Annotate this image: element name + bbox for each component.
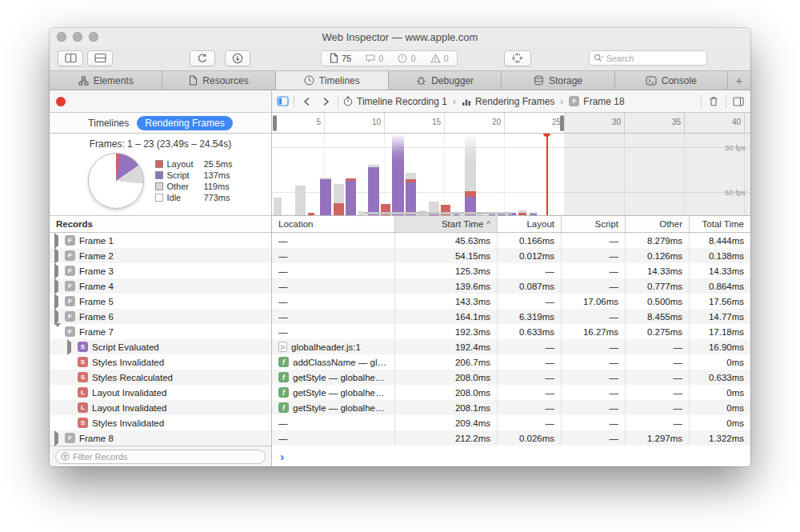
table-row[interactable]: fgetStyle — globalhead...208.1ms———0ms — [272, 400, 750, 415]
table-row[interactable]: —212.2ms0.026ms—1.297ms1.322ms — [272, 430, 750, 446]
table-row[interactable]: —54.15ms0.012ms—0.126ms0.138ms — [272, 248, 750, 263]
breadcrumb-item[interactable]: Rendering Frames — [462, 96, 554, 107]
frame-bar[interactable] — [274, 198, 282, 215]
tab-debugger[interactable]: Debugger — [389, 71, 502, 90]
activity-badges[interactable]: 75 0 0 0 — [321, 50, 458, 66]
element-picker-button[interactable] — [504, 50, 531, 66]
tab-elements[interactable]: Elements — [50, 71, 162, 90]
table-row[interactable]: fgetStyle — globalhead...208.0ms———0ms — [272, 385, 750, 400]
frame-bar[interactable] — [346, 178, 356, 215]
disclosure-triangle[interactable] — [54, 312, 61, 322]
record-row[interactable]: FFrame 6 — [50, 309, 271, 324]
disclosure-triangle[interactable] — [54, 266, 61, 276]
record-button[interactable] — [56, 97, 66, 106]
record-row[interactable]: LLayout Invalidated — [50, 400, 271, 415]
clear-timeline-button[interactable] — [706, 94, 721, 109]
details-panel-toggle-icon[interactable] — [731, 94, 746, 109]
record-row[interactable]: FFrame 1 — [50, 233, 271, 248]
search-field[interactable] — [589, 50, 707, 66]
table-row[interactable]: —139.6ms0.087ms—0.777ms0.864ms — [272, 278, 750, 294]
triangle-collapsed-icon — [67, 339, 71, 355]
timeline-ruler[interactable]: 510152025303540 — [272, 113, 750, 134]
picker-option-timelines[interactable]: Timelines — [88, 118, 129, 129]
frame-bar[interactable] — [465, 134, 476, 215]
minimize-button[interactable] — [73, 32, 82, 42]
zoom-button[interactable] — [89, 32, 98, 42]
record-row[interactable]: SScript Evaluated — [50, 339, 271, 354]
frame-bar[interactable] — [406, 173, 416, 215]
record-row[interactable]: FFrame 2 — [50, 248, 271, 263]
playhead-line[interactable] — [546, 134, 548, 215]
column-header-script[interactable]: Script — [562, 216, 626, 232]
tab-console[interactable]: Console — [615, 71, 728, 90]
breadcrumb-item[interactable]: FFrame 18 — [569, 96, 624, 107]
disclosure-triangle[interactable] — [54, 327, 61, 337]
record-row[interactable]: FFrame 4 — [50, 278, 271, 294]
search-input[interactable] — [606, 54, 686, 63]
record-row[interactable]: FFrame 7 — [50, 324, 271, 339]
frame-bar[interactable] — [320, 178, 331, 215]
quick-console-bar[interactable]: › — [272, 446, 750, 466]
column-header-location[interactable]: Location — [272, 216, 395, 232]
column-header-layout[interactable]: Layout — [498, 216, 562, 232]
frame-bar[interactable] — [308, 213, 314, 215]
playhead-handle[interactable] — [543, 134, 550, 137]
add-tab-button[interactable]: + — [728, 71, 750, 90]
disclosure-triangle[interactable] — [54, 251, 61, 261]
reload-button[interactable] — [190, 50, 215, 66]
filter-field[interactable] — [55, 450, 266, 464]
disclosure-triangle[interactable] — [67, 342, 74, 352]
record-row[interactable]: SStyles Recalculated — [50, 370, 271, 385]
frame-bar[interactable] — [518, 210, 526, 215]
dock-bottom-button[interactable] — [87, 50, 113, 66]
tab-resources[interactable]: Resources — [162, 71, 275, 90]
frame-bar[interactable] — [295, 186, 306, 215]
picker-option-rendering-frames[interactable]: Rendering Frames — [137, 116, 232, 130]
record-row[interactable]: SStyles Invalidated — [50, 415, 271, 430]
filter-records-input[interactable] — [73, 452, 260, 462]
selection-end-handle[interactable] — [560, 115, 564, 131]
table-row[interactable]: —125.3ms——14.33ms14.33ms — [272, 263, 750, 278]
record-row[interactable]: FFrame 5 — [50, 294, 271, 309]
legend-swatch — [155, 194, 163, 202]
disclosure-triangle[interactable] — [54, 282, 61, 291]
close-button[interactable] — [57, 32, 66, 42]
table-row[interactable]: —192.3ms0.633ms16.27ms0.275ms17.18ms — [272, 324, 750, 339]
table-row[interactable]: faddClassName — glo...206.7ms———0ms — [272, 354, 750, 370]
frame-bar[interactable] — [530, 212, 537, 215]
table-row[interactable]: fgetStyle — globalhead...208.0ms———0.633… — [272, 370, 750, 385]
frame-bar[interactable] — [368, 165, 379, 215]
back-button[interactable] — [299, 94, 314, 109]
ruler-tick-label: 20 — [467, 118, 501, 126]
document-icon — [330, 53, 338, 63]
selection-start-handle[interactable] — [273, 115, 277, 131]
record-row[interactable]: FFrame 3 — [50, 263, 271, 278]
record-row[interactable]: SStyles Invalidated — [50, 354, 271, 370]
table-row[interactable]: jsglobalheader.js:1192.4ms———16.90ms — [272, 339, 750, 354]
sidebar-toggle-icon[interactable] — [277, 96, 289, 106]
record-row[interactable]: LLayout Invalidated — [50, 385, 271, 400]
table-row[interactable]: —143.3ms—17.06ms0.500ms17.56ms — [272, 294, 750, 309]
chart-horizontal-scrollbar[interactable] — [364, 212, 512, 214]
tab-label: Console — [662, 75, 697, 86]
frames-bar-chart[interactable]: 30 fps60 fps — [272, 134, 750, 216]
forward-button[interactable] — [318, 94, 333, 109]
table-row[interactable]: —164.1ms6.319ms—8.455ms14.77ms — [272, 309, 750, 324]
tab-storage[interactable]: Storage — [502, 71, 614, 90]
table-row[interactable]: —45.63ms0.166ms—8.279ms8.444ms — [272, 233, 750, 248]
record-row[interactable]: FFrame 8 — [50, 430, 271, 446]
frame-bar[interactable] — [334, 184, 344, 215]
column-header-start-time[interactable]: Start Time^ — [395, 216, 498, 232]
disclosure-triangle[interactable] — [54, 297, 61, 306]
breadcrumb-item[interactable]: Timeline Recording 1 — [343, 96, 447, 107]
table-row[interactable]: —209.4ms———0ms — [272, 415, 750, 430]
column-header-other[interactable]: Other — [626, 216, 690, 232]
frame-bar[interactable] — [392, 134, 404, 215]
dock-side-button[interactable] — [58, 50, 83, 66]
column-header-total-time[interactable]: Total Time — [690, 216, 750, 232]
disclosure-triangle[interactable] — [54, 236, 61, 246]
download-button[interactable] — [225, 50, 250, 66]
tab-timelines[interactable]: Timelines — [276, 71, 389, 90]
disclosure-triangle[interactable] — [54, 434, 61, 443]
frame-bar[interactable] — [358, 211, 364, 215]
